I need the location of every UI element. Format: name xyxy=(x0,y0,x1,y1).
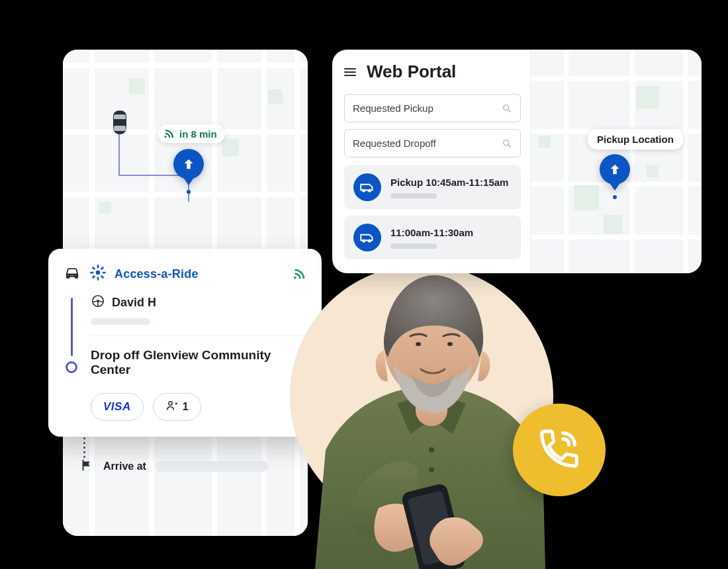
map-block xyxy=(647,165,659,177)
dropoff-label: Drop off Glenview Community Center xyxy=(91,348,307,377)
svg-point-21 xyxy=(504,105,509,110)
svg-rect-4 xyxy=(90,272,93,274)
pin-dot-icon xyxy=(187,190,191,194)
web-portal-card: Web Portal Requested Pickup Requested Dr… xyxy=(332,50,702,273)
svg-point-25 xyxy=(363,240,365,241)
map-block xyxy=(99,202,111,214)
map-block xyxy=(604,215,622,234)
eta-badge: in 8 min xyxy=(158,124,225,143)
vehicle-front-icon xyxy=(63,263,81,284)
steering-wheel-icon xyxy=(91,294,105,312)
pickup-pin[interactable] xyxy=(173,149,204,179)
pickup-search-input[interactable]: Requested Pickup xyxy=(344,94,521,122)
van-icon xyxy=(353,173,381,201)
arrive-time-placeholder xyxy=(156,461,268,472)
service-logo-icon xyxy=(89,264,107,284)
map-block xyxy=(637,86,659,109)
divider xyxy=(91,335,307,336)
svg-rect-9 xyxy=(101,275,105,279)
map-block xyxy=(539,136,551,148)
map-block xyxy=(222,139,239,156)
pin-dot-icon xyxy=(613,195,617,199)
arrow-up-icon xyxy=(173,149,204,179)
map-block xyxy=(129,78,145,94)
eta-text: in 8 min xyxy=(179,128,217,140)
dropoff-search-input[interactable]: Requested Dropoff xyxy=(344,129,521,157)
svg-point-24 xyxy=(369,189,371,191)
arrow-up-icon xyxy=(600,154,630,185)
passenger-count-pill[interactable]: 1 xyxy=(153,393,201,421)
svg-point-26 xyxy=(369,240,371,241)
svg-point-12 xyxy=(169,402,172,405)
portal-title: Web Portal xyxy=(367,62,456,82)
map-block xyxy=(574,185,599,210)
arrive-row: Arrive at xyxy=(79,458,318,475)
trip-detail-placeholder xyxy=(390,243,437,249)
search-icon xyxy=(502,138,512,149)
vehicle-icon xyxy=(108,109,132,141)
trip-option[interactable]: Pickup 10:45am-11:15am xyxy=(344,165,521,209)
call-button[interactable] xyxy=(513,404,606,496)
svg-rect-0 xyxy=(114,126,126,131)
pickup-location-badge: Pickup Location xyxy=(588,129,683,150)
timeline-rail xyxy=(63,294,80,421)
ride-info-card: Access-a-Ride David H xyxy=(48,249,322,437)
live-signal-icon xyxy=(293,267,307,281)
driver-row[interactable]: David H xyxy=(91,294,307,312)
svg-rect-8 xyxy=(92,267,96,271)
van-icon xyxy=(353,224,381,251)
trip-detail-placeholder xyxy=(390,193,437,198)
driver-name: David H xyxy=(112,296,156,310)
signal-icon xyxy=(163,128,175,140)
svg-point-23 xyxy=(363,189,365,191)
svg-point-22 xyxy=(504,140,509,145)
trip-time-label: 11:00am-11:30am xyxy=(390,227,473,238)
portal-map[interactable]: Pickup Location xyxy=(531,50,702,273)
passenger-icon xyxy=(165,399,179,415)
menu-icon[interactable] xyxy=(344,68,356,76)
svg-rect-7 xyxy=(92,275,96,279)
driver-detail-placeholder xyxy=(91,318,150,325)
trip-time-label: Pickup 10:45am-11:15am xyxy=(390,177,508,188)
phone-call-icon xyxy=(536,425,582,474)
trip-option[interactable]: 11:00am-11:30am xyxy=(344,216,521,259)
pickup-search-label: Requested Pickup xyxy=(353,103,433,114)
arrive-label: Arrive at xyxy=(103,460,146,472)
svg-point-1 xyxy=(96,271,101,275)
passenger-count: 1 xyxy=(183,401,189,413)
map-block xyxy=(268,89,283,104)
visa-logo-icon: VISA xyxy=(103,400,131,414)
dropoff-search-label: Requested Dropoff xyxy=(353,138,436,149)
service-name: Access-a-Ride xyxy=(114,267,199,281)
search-icon xyxy=(502,103,512,114)
svg-rect-5 xyxy=(103,272,106,274)
decorative-circle xyxy=(290,265,553,528)
svg-rect-6 xyxy=(101,267,105,271)
svg-rect-2 xyxy=(97,265,99,268)
timeline-stop-icon xyxy=(66,361,77,373)
payment-method-pill[interactable]: VISA xyxy=(91,393,144,421)
pickup-pin[interactable] xyxy=(600,154,630,185)
svg-rect-3 xyxy=(97,277,99,281)
flag-icon xyxy=(79,458,94,475)
